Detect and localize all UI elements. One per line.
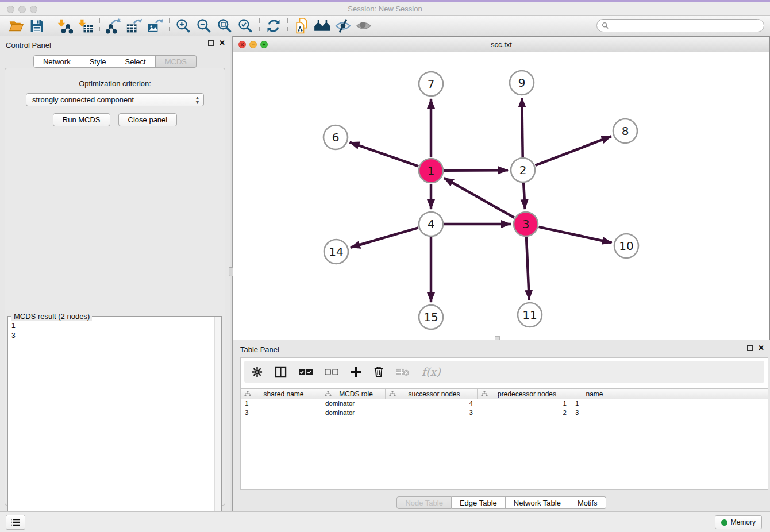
graph-node-6[interactable]: 6 <box>324 125 348 149</box>
export-network-icon[interactable] <box>103 17 124 34</box>
hide-graphics-details-icon[interactable] <box>333 17 353 34</box>
edge-4-14[interactable] <box>351 228 418 247</box>
save-session-icon[interactable] <box>26 17 47 34</box>
search-box[interactable] <box>596 19 764 32</box>
edge-3-11[interactable] <box>526 237 529 300</box>
delete-column-icon[interactable] <box>374 366 384 377</box>
canvas-resize-grip[interactable] <box>495 336 500 340</box>
add-column-icon[interactable] <box>351 367 361 377</box>
table-cell[interactable]: 3 <box>386 408 478 418</box>
task-history-button[interactable] <box>6 515 25 530</box>
table-cell[interactable]: 1 <box>571 399 619 408</box>
graph-node-2[interactable]: 2 <box>511 158 535 182</box>
import-network-icon[interactable] <box>55 17 75 34</box>
close-panel-icon[interactable]: ✕ <box>219 40 225 46</box>
zoom-out-icon[interactable] <box>194 17 214 34</box>
graph-node-4[interactable]: 4 <box>419 212 443 236</box>
tab-edge-table[interactable]: Edge Table <box>452 496 506 509</box>
edge-3-10[interactable] <box>538 227 611 243</box>
edge-2-8[interactable] <box>535 136 611 165</box>
home-view-icon[interactable] <box>312 17 333 34</box>
deselect-all-icon[interactable] <box>325 368 338 376</box>
column-header-shared-name[interactable]: shared name <box>241 389 321 399</box>
graph-node-9[interactable]: 9 <box>510 71 534 95</box>
memory-button[interactable]: Memory <box>715 515 762 529</box>
network-graph[interactable]: 7968124314101511 <box>233 52 769 340</box>
export-image-icon[interactable] <box>145 17 165 34</box>
tab-select[interactable]: Select <box>116 55 156 68</box>
svg-text:9: 9 <box>518 76 526 90</box>
zoom-fit-icon[interactable] <box>214 17 235 34</box>
graph-node-15[interactable]: 15 <box>419 305 443 329</box>
edge-2-3[interactable] <box>523 183 525 209</box>
table-cell[interactable]: 1 <box>241 399 321 408</box>
open-session-icon[interactable] <box>6 17 26 34</box>
clone-network-icon[interactable] <box>291 17 312 34</box>
toolbar-separator <box>169 18 170 33</box>
network-window-titlebar[interactable]: ✕ − + scc.txt <box>233 37 769 52</box>
delete-table-icon[interactable] <box>396 368 410 376</box>
result-scrollbar[interactable] <box>214 317 221 532</box>
svg-text:10: 10 <box>619 239 633 253</box>
svg-text:6: 6 <box>332 130 340 144</box>
tab-node-table[interactable]: Node Table <box>396 496 452 509</box>
search-input[interactable] <box>611 22 755 30</box>
table-options-icon[interactable] <box>252 367 263 377</box>
edge-2-9[interactable] <box>522 98 522 157</box>
tab-style[interactable]: Style <box>80 55 116 68</box>
svg-text:11: 11 <box>522 308 537 322</box>
criterion-value: strongly connected component <box>32 95 134 104</box>
run-mcds-button[interactable]: Run MCDS <box>53 113 110 126</box>
graph-node-7[interactable]: 7 <box>419 72 443 96</box>
graph-node-14[interactable]: 14 <box>324 240 348 264</box>
table-cell[interactable]: 4 <box>386 399 478 408</box>
zoom-selected-icon[interactable] <box>235 17 256 34</box>
network-view-window: ✕ − + scc.txt 7968124314101511 <box>233 36 770 340</box>
float-panel-icon[interactable] <box>208 40 214 46</box>
svg-text:14: 14 <box>329 245 343 259</box>
zoom-in-icon[interactable] <box>173 17 194 34</box>
tab-network-table[interactable]: Network Table <box>506 496 569 509</box>
column-header-predecessor-nodes[interactable]: predecessor nodes <box>478 389 571 399</box>
table-cell[interactable]: 2 <box>478 408 571 418</box>
column-header-MCDS-role[interactable]: MCDS role <box>321 389 386 399</box>
column-visibility-icon[interactable] <box>275 366 287 378</box>
import-table-icon[interactable] <box>75 17 96 34</box>
edge-1-2[interactable] <box>444 170 508 171</box>
close-panel-icon[interactable]: ✕ <box>758 345 764 351</box>
column-header-successor-nodes[interactable]: successor nodes <box>386 389 478 399</box>
criterion-dropdown[interactable]: strongly connected component ▲▼ <box>26 93 204 106</box>
table-cell[interactable]: 3 <box>571 408 619 418</box>
export-table-icon[interactable] <box>124 17 145 34</box>
show-graphics-details-icon[interactable] <box>353 17 374 34</box>
table-cell[interactable]: dominator <box>321 399 386 408</box>
graph-node-10[interactable]: 10 <box>614 234 638 258</box>
refresh-view-icon[interactable] <box>263 17 284 34</box>
network-canvas[interactable]: 7968124314101511 <box>233 52 769 340</box>
table-cell[interactable]: 1 <box>478 399 571 408</box>
graph-node-11[interactable]: 11 <box>518 303 542 327</box>
window-title: Session: New Session <box>0 5 770 13</box>
mcds-result-text[interactable]: 1 3 <box>8 319 214 532</box>
table-row[interactable]: 1dominator411 <box>241 399 768 408</box>
close-panel-button[interactable]: Close panel <box>118 113 178 126</box>
edge-1-6[interactable] <box>350 142 419 167</box>
function-builder-icon[interactable]: f(x) <box>422 365 441 378</box>
tab-motifs[interactable]: Motifs <box>569 496 606 509</box>
select-all-icon[interactable] <box>299 368 313 376</box>
float-panel-icon[interactable] <box>747 345 753 351</box>
graph-node-3[interactable]: 3 <box>514 212 538 236</box>
graph-node-8[interactable]: 8 <box>613 119 637 143</box>
table-panel: Table Panel ✕ <box>233 342 770 511</box>
tab-network[interactable]: Network <box>33 55 80 68</box>
table-row[interactable]: 3dominator323 <box>241 408 768 418</box>
memory-label: Memory <box>731 518 756 526</box>
table-cell[interactable]: dominator <box>321 408 386 418</box>
table-cell[interactable]: 3 <box>241 408 321 418</box>
edge-3-1[interactable] <box>444 178 514 218</box>
column-header-name[interactable]: name <box>571 389 619 399</box>
tab-mcds[interactable]: MCDS <box>156 55 197 68</box>
graph-node-1[interactable]: 1 <box>419 159 443 183</box>
mcds-panel: Optimization criterion: strongly connect… <box>5 68 225 506</box>
search-icon <box>602 22 609 29</box>
